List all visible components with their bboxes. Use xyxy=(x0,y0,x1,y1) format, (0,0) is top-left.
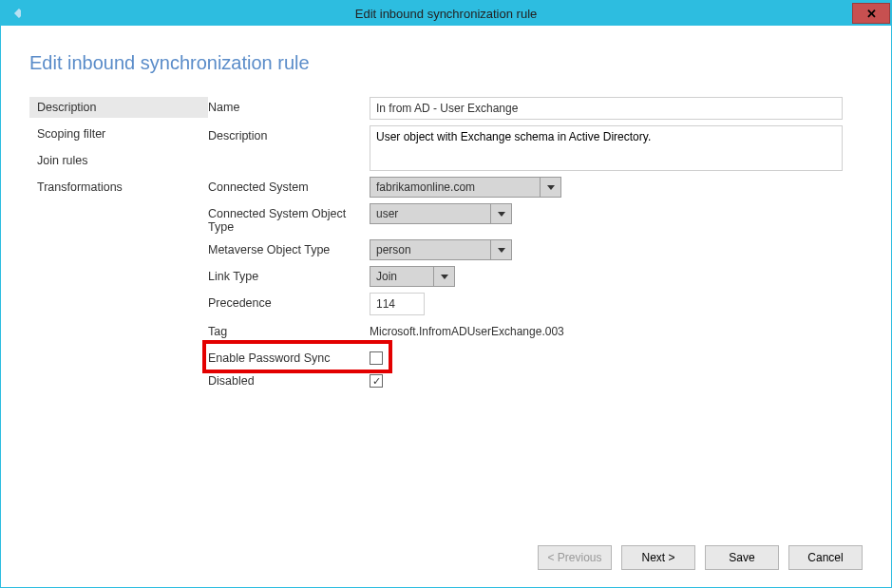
eps-label: Enable Password Sync xyxy=(208,348,370,365)
precedence-input[interactable] xyxy=(370,293,425,315)
link-type-dropdown[interactable]: Join xyxy=(370,266,455,287)
close-button[interactable]: ✕ xyxy=(852,3,890,24)
csot-dropdown[interactable]: user xyxy=(370,203,512,224)
eps-checkbox[interactable] xyxy=(370,351,383,365)
dropdown-button[interactable] xyxy=(491,203,512,224)
sidebar-item-transformations[interactable]: Transformations xyxy=(29,177,208,198)
dialog-window: Edit inbound synchronization rule ✕ Edit… xyxy=(0,0,892,588)
sidebar: Description Scoping filter Join rules Tr… xyxy=(29,97,208,534)
next-button[interactable]: Next > xyxy=(621,545,695,570)
titlebar: Edit inbound synchronization rule ✕ xyxy=(1,1,891,26)
content-area: Edit inbound synchronization rule Descri… xyxy=(1,26,891,587)
chevron-down-icon xyxy=(547,185,555,190)
description-label: Description xyxy=(208,125,370,142)
dropdown-button[interactable] xyxy=(541,177,561,198)
sidebar-item-label: Join rules xyxy=(37,154,88,167)
app-icon xyxy=(7,6,22,21)
tag-label: Tag xyxy=(208,321,370,338)
mvot-label: Metaverse Object Type xyxy=(208,239,370,256)
main-area: Description Scoping filter Join rules Tr… xyxy=(29,97,863,534)
close-icon: ✕ xyxy=(866,7,877,21)
sidebar-item-join-rules[interactable]: Join rules xyxy=(29,150,208,171)
disabled-label: Disabled xyxy=(208,370,370,388)
sidebar-item-label: Transformations xyxy=(37,180,123,194)
form-area: Name Description User object with Exchan… xyxy=(208,97,863,534)
svg-rect-1 xyxy=(14,9,21,18)
sidebar-item-label: Scoping filter xyxy=(37,127,105,141)
previous-button[interactable]: < Previous xyxy=(538,545,612,570)
save-button[interactable]: Save xyxy=(705,545,779,570)
connected-system-dropdown[interactable]: fabrikamonline.com xyxy=(370,177,561,198)
svg-rect-2 xyxy=(8,13,14,20)
dropdown-value: person xyxy=(370,239,491,260)
page-title: Edit inbound synchronization rule xyxy=(29,52,863,74)
dropdown-button[interactable] xyxy=(434,266,455,287)
footer-buttons: < Previous Next > Save Cancel xyxy=(29,534,863,570)
sidebar-item-label: Description xyxy=(37,101,97,114)
name-input[interactable] xyxy=(370,97,843,120)
dropdown-value: user xyxy=(370,203,491,224)
chevron-down-icon xyxy=(441,275,448,279)
cancel-button[interactable]: Cancel xyxy=(788,545,863,570)
disabled-checkbox[interactable]: ✓ xyxy=(370,374,383,388)
link-type-label: Link Type xyxy=(208,266,370,283)
chevron-down-icon xyxy=(498,212,505,217)
csot-label: Connected System Object Type xyxy=(208,203,370,234)
precedence-label: Precedence xyxy=(208,293,370,310)
tag-value: Microsoft.InfromADUserExchange.003 xyxy=(370,321,843,342)
chevron-down-icon xyxy=(498,248,505,253)
sidebar-item-description[interactable]: Description xyxy=(29,97,208,118)
dropdown-value: Join xyxy=(370,266,434,287)
dropdown-button[interactable] xyxy=(491,239,512,260)
connected-system-label: Connected System xyxy=(208,177,370,194)
window-title: Edit inbound synchronization rule xyxy=(1,7,891,21)
description-input[interactable]: User object with Exchange schema in Acti… xyxy=(370,125,843,171)
sidebar-item-scoping-filter[interactable]: Scoping filter xyxy=(29,123,208,144)
name-label: Name xyxy=(208,97,370,114)
mvot-dropdown[interactable]: person xyxy=(370,239,512,260)
dropdown-value: fabrikamonline.com xyxy=(370,177,541,198)
